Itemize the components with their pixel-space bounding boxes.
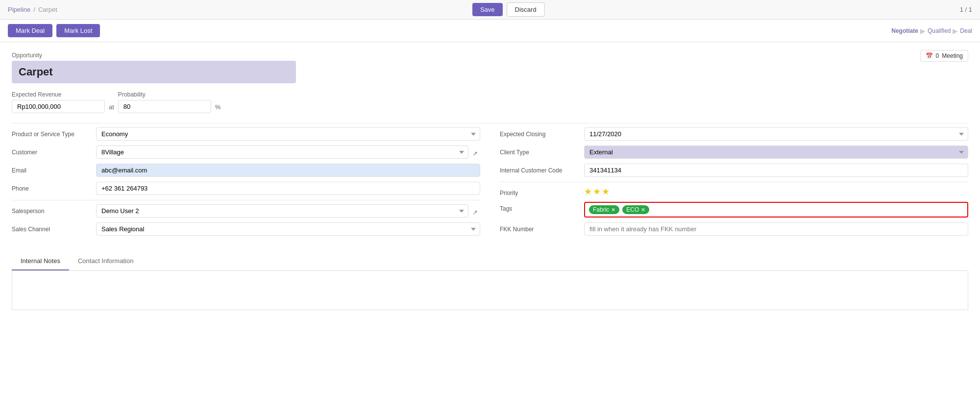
tab-internal-notes[interactable]: Internal Notes <box>12 252 69 270</box>
field-label-sales-channel: Sales Channel <box>12 222 90 233</box>
field-sales-channel: Sales Channel Sales Regional <box>12 222 480 236</box>
main-content: 📅 0 Meeting Opportunity Carpet Expected … <box>0 42 980 412</box>
field-fkk-number: FKK Number <box>500 222 968 236</box>
star-2[interactable]: ★ <box>593 186 601 197</box>
internal-customer-code-input[interactable] <box>584 164 968 177</box>
field-value-client-type: External <box>584 145 968 159</box>
tab-contact-information[interactable]: Contact Information <box>69 252 142 270</box>
field-value-product-type: Economy <box>96 127 480 141</box>
breadcrumb-current: Carpet <box>38 6 57 13</box>
probability-group: Probability <box>118 91 211 113</box>
field-customer: Customer 8Village ↗ <box>12 145 480 159</box>
field-internal-customer-code: Internal Customer Code <box>500 164 968 177</box>
product-type-select[interactable]: Economy <box>96 127 480 141</box>
field-phone: Phone <box>12 182 480 195</box>
salesperson-external-link-icon[interactable]: ↗ <box>472 209 480 217</box>
mark-lost-button[interactable]: Mark Lost <box>56 24 100 37</box>
field-label-salesperson: Salesperson <box>12 204 90 215</box>
fkk-number-input[interactable] <box>584 222 968 236</box>
field-value-expected-closing: 11/27/2020 <box>584 127 968 141</box>
field-label-tags: Tags <box>500 202 578 212</box>
stage-deal-label: Deal <box>960 27 972 34</box>
salesperson-select[interactable]: Demo User 2 <box>96 204 468 218</box>
field-value-customer: 8Village ↗ <box>96 145 480 159</box>
breadcrumb-parent[interactable]: Pipeline <box>8 6 30 13</box>
probability-input[interactable] <box>118 100 211 113</box>
stage-sep-1: ▶ <box>920 27 926 35</box>
field-value-fkk-number <box>584 222 968 236</box>
breadcrumb-separator: / <box>33 6 35 13</box>
revenue-input[interactable] <box>12 100 105 113</box>
divider-right <box>500 182 968 182</box>
field-value-email <box>96 164 480 177</box>
customer-select[interactable]: 8Village <box>96 145 468 159</box>
action-bar: Mark Deal Mark Lost Negotiate ▶ Qualifie… <box>0 20 980 42</box>
field-value-internal-customer-code <box>584 164 968 177</box>
opportunity-label: Opportunity <box>12 52 968 59</box>
tags-input[interactable] <box>652 206 963 214</box>
client-type-select[interactable]: External <box>584 145 968 159</box>
field-label-customer: Customer <box>12 145 90 156</box>
tag-eco-label: ECO <box>626 206 639 213</box>
stage-qualified[interactable]: Qualified <box>928 27 951 34</box>
probability-label: Probability <box>118 91 211 98</box>
mark-buttons: Mark Deal Mark Lost <box>8 24 100 37</box>
revenue-section: Expected Revenue at Probability % <box>12 91 968 113</box>
stage-sep-2: ▶ <box>953 27 958 35</box>
opportunity-name[interactable]: Carpet <box>12 61 296 83</box>
field-email: Email <box>12 164 480 177</box>
field-priority: Priority ★ ★ ★ <box>500 186 968 197</box>
discard-button[interactable]: Discard <box>507 2 545 17</box>
percent-label: % <box>215 103 221 111</box>
tag-fabric-remove[interactable]: ✕ <box>611 207 615 213</box>
record-navigation: 1 / 1 <box>960 6 972 13</box>
star-1[interactable]: ★ <box>584 186 592 197</box>
save-button[interactable]: Save <box>472 3 503 16</box>
field-value-tags: Fabric ✕ ECO ✕ <box>584 202 968 218</box>
top-bar: Pipeline / Carpet Save Discard 1 / 1 <box>0 0 980 20</box>
tag-fabric: Fabric ✕ <box>589 205 619 214</box>
at-label: at <box>109 103 114 111</box>
tabs-bar: Internal Notes Contact Information <box>12 252 968 271</box>
field-tags: Tags Fabric ✕ ECO ✕ <box>500 202 968 218</box>
email-input[interactable] <box>96 164 480 177</box>
tags-container[interactable]: Fabric ✕ ECO ✕ <box>584 202 968 218</box>
tag-eco: ECO ✕ <box>622 205 649 214</box>
field-client-type: Client Type External <box>500 145 968 159</box>
priority-stars[interactable]: ★ ★ ★ <box>584 186 968 197</box>
meeting-button[interactable]: 📅 0 Meeting <box>920 50 968 62</box>
revenue-group: Expected Revenue <box>12 91 105 113</box>
meeting-label: Meeting <box>942 52 963 59</box>
field-label-client-type: Client Type <box>500 145 578 156</box>
sales-channel-select[interactable]: Sales Regional <box>96 222 480 236</box>
stage-deal[interactable]: Deal <box>960 27 972 34</box>
form-left: Product or Service Type Economy Customer… <box>12 127 480 241</box>
form-right: Expected Closing 11/27/2020 Client Type … <box>500 127 968 241</box>
star-3[interactable]: ★ <box>602 186 610 197</box>
field-value-priority: ★ ★ ★ <box>584 186 968 197</box>
field-label-phone: Phone <box>12 182 90 192</box>
tag-eco-remove[interactable]: ✕ <box>641 207 645 213</box>
meeting-count: 0 <box>936 52 939 59</box>
field-product-type: Product or Service Type Economy <box>12 127 480 141</box>
stage-negotiate[interactable]: Negotiate <box>891 27 918 34</box>
field-label-internal-customer-code: Internal Customer Code <box>500 164 578 174</box>
field-expected-closing: Expected Closing 11/27/2020 <box>500 127 968 141</box>
stage-pipeline: Negotiate ▶ Qualified ▶ Deal <box>891 27 972 35</box>
revenue-label: Expected Revenue <box>12 91 105 98</box>
divider-left <box>12 200 480 200</box>
tab-content-internal-notes <box>12 271 968 310</box>
action-buttons-top: Save Discard <box>472 2 545 17</box>
field-label-priority: Priority <box>500 186 578 196</box>
breadcrumb: Pipeline / Carpet <box>8 6 57 13</box>
field-value-phone <box>96 182 480 195</box>
field-label-email: Email <box>12 164 90 174</box>
form-section: Product or Service Type Economy Customer… <box>12 127 968 241</box>
phone-input[interactable] <box>96 182 480 195</box>
customer-external-link-icon[interactable]: ↗ <box>472 150 480 158</box>
field-value-salesperson: Demo User 2 ↗ <box>96 204 480 218</box>
field-value-sales-channel: Sales Regional <box>96 222 480 236</box>
expected-closing-select[interactable]: 11/27/2020 <box>584 127 968 141</box>
mark-deal-button[interactable]: Mark Deal <box>8 24 52 37</box>
stage-qualified-label: Qualified <box>928 27 951 34</box>
